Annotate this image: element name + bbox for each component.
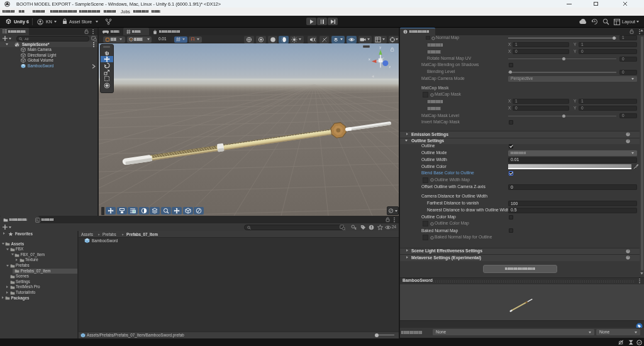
- svg-text:?: ?: [627, 250, 629, 253]
- svg-text:?: ?: [627, 257, 629, 260]
- svg-text:z: z: [389, 65, 391, 69]
- svg-text:y: y: [379, 45, 381, 49]
- svg-text:?: ?: [627, 140, 629, 143]
- svg-text:?: ?: [627, 133, 629, 137]
- svg-text:x: x: [369, 57, 370, 61]
